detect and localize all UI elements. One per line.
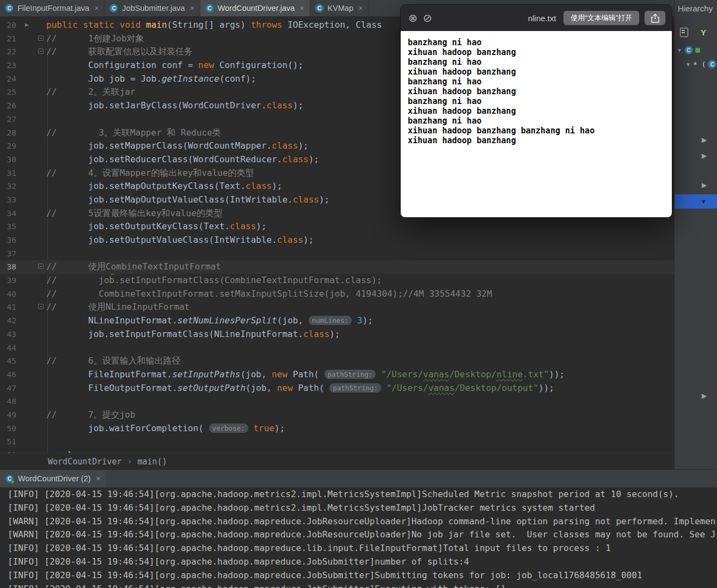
code-line[interactable]: 40// CombineTextInputFormat.setMaxInputS… xyxy=(0,287,674,301)
gutter[interactable] xyxy=(20,139,46,153)
code-line[interactable]: 33 job.setMapOutputValueClass(IntWritabl… xyxy=(0,193,674,207)
gutter[interactable] xyxy=(20,99,46,113)
code-editor[interactable]: 20▶public static void main(String[] args… xyxy=(0,16,674,453)
gutter[interactable] xyxy=(20,314,46,328)
code-line[interactable]: 29 job.setMapperClass(WordCountMapper.cl… xyxy=(0,139,674,153)
gutter[interactable] xyxy=(20,341,46,355)
code-line[interactable]: 44 xyxy=(0,341,674,355)
code-line[interactable]: 35 job.setOutputKeyClass(Text.class); xyxy=(0,220,674,234)
hierarchy-y-icon[interactable]: Y xyxy=(696,25,710,39)
gutter[interactable] xyxy=(20,408,46,422)
code-line[interactable]: 38−// 使用CombineTextInputFormat xyxy=(0,260,674,274)
expand-chevron-icon[interactable]: ▶ xyxy=(702,152,707,160)
code-line[interactable]: 48 xyxy=(0,395,674,408)
tab-close-icon[interactable]: × xyxy=(190,4,194,13)
code-line[interactable]: 34// 5设置最终输出key和value的类型 xyxy=(0,207,674,220)
code-line[interactable]: 26 job.setJarByClass(WordCountDriver.cla… xyxy=(0,99,674,113)
gutter[interactable] xyxy=(20,72,46,86)
gutter[interactable] xyxy=(20,113,46,126)
tab-close-icon[interactable]: × xyxy=(94,4,99,13)
tab-close-icon[interactable]: × xyxy=(358,4,363,13)
gutter[interactable] xyxy=(20,382,46,395)
gutter[interactable] xyxy=(20,234,46,247)
code-line[interactable]: 22−// 获取配置信息以及封装任务 xyxy=(0,45,674,59)
editor-tab[interactable]: CWordCountDriver.java× xyxy=(200,0,310,16)
expand-chevron-icon[interactable]: ▶ xyxy=(702,136,707,144)
code-line[interactable]: 25// 2。关联jar xyxy=(0,85,674,99)
code-line[interactable]: 23 Configuration conf = new Configuratio… xyxy=(0,59,674,72)
gutter[interactable] xyxy=(20,193,46,207)
fold-marker-icon[interactable]: − xyxy=(38,304,44,309)
editor-tab[interactable]: CFileInputFormat.java× xyxy=(0,0,105,16)
gutter[interactable]: ▶ xyxy=(20,19,46,32)
run-tab-label: WordCountDriver (2) xyxy=(18,474,91,483)
tree-row[interactable]: ▼ C xyxy=(677,45,700,56)
code-line[interactable]: 50 job.waitForCompletion( verbose: true)… xyxy=(0,422,674,436)
gutter[interactable] xyxy=(20,153,46,167)
gutter[interactable]: − xyxy=(20,260,46,274)
fold-marker-icon[interactable]: − xyxy=(38,35,44,41)
code-line[interactable]: 49// 7。提交job xyxy=(0,408,674,422)
chevron-down-icon[interactable]: ▼ xyxy=(701,198,707,205)
code-line[interactable]: 37 xyxy=(0,247,674,261)
tree-row[interactable]: ▼ * ( C xyxy=(685,59,716,70)
gutter[interactable] xyxy=(20,328,46,341)
line-number: 49 xyxy=(0,408,20,422)
gutter[interactable] xyxy=(20,220,46,234)
gutter[interactable] xyxy=(20,180,46,193)
gutter[interactable] xyxy=(20,59,46,72)
tab-close-icon[interactable]: × xyxy=(299,4,304,13)
gutter[interactable] xyxy=(20,167,46,180)
code-line[interactable]: 36 job.setOutputValueClass(IntWritable.c… xyxy=(0,234,674,247)
code-line[interactable]: 31// 4。设置Mapper的输出key和value的类型 xyxy=(0,167,674,180)
gutter[interactable] xyxy=(20,247,46,261)
selected-tree-row[interactable]: ▼ xyxy=(675,194,717,209)
code-line[interactable]: 28// 3。关联Mapper 和 Reduce类 xyxy=(0,126,674,140)
gutter[interactable] xyxy=(20,422,46,436)
code-line[interactable]: 24 Job job = Job.getInstance(conf); xyxy=(0,72,674,86)
fold-marker-icon[interactable]: − xyxy=(38,48,44,54)
gutter[interactable]: − xyxy=(20,32,46,46)
run-tab[interactable]: C WordCountDriver (2) × xyxy=(0,470,106,487)
code-text: // 获取配置信息以及封装任务 xyxy=(46,45,674,59)
gutter[interactable] xyxy=(20,449,46,453)
gutter[interactable] xyxy=(20,287,46,301)
scope-icon[interactable] xyxy=(677,25,691,39)
code-line[interactable]: 30 job.setReducerClass(WordCountReducer.… xyxy=(0,153,674,167)
breadcrumb-class[interactable]: WordCountDriver xyxy=(48,457,121,467)
code-line[interactable]: 51 xyxy=(0,435,674,449)
gutter[interactable] xyxy=(20,435,46,449)
gutter[interactable] xyxy=(20,395,46,408)
gutter[interactable]: − xyxy=(20,45,46,59)
expand-chevron-icon[interactable]: ▶ xyxy=(702,392,707,400)
code-line[interactable]: 41−// 使用NLineInputFormat xyxy=(0,301,674,314)
code-line[interactable]: 20▶public static void main(String[] args… xyxy=(0,19,674,32)
code-line[interactable]: 32 job.setMapOutputKeyClass(Text.class); xyxy=(0,180,674,193)
code-line[interactable]: 42 NLineInputFormat.setNumLinesPerSplit(… xyxy=(0,314,674,328)
code-line[interactable]: 21−// 1创建Job对象 xyxy=(0,32,674,46)
code-line[interactable]: 43 job.setInputFormatClass(NLineInputFor… xyxy=(0,328,674,341)
run-console[interactable]: [INFO] [2020-04-15 19:46:54][org.apache.… xyxy=(0,488,717,588)
code-line[interactable]: 45// 6。设置输入和输出路径 xyxy=(0,354,674,368)
gutter[interactable] xyxy=(20,274,46,287)
run-line-icon[interactable]: ▶ xyxy=(25,19,29,32)
breadcrumb-method[interactable]: main() xyxy=(138,457,167,467)
gutter[interactable] xyxy=(20,85,46,99)
code-line[interactable]: 46 FileInputFormat.setInputPaths(job, ne… xyxy=(0,368,674,382)
gutter[interactable] xyxy=(20,207,46,220)
code-line[interactable]: 52 } xyxy=(0,449,674,453)
close-icon[interactable]: × xyxy=(96,474,101,483)
gutter[interactable]: − xyxy=(20,301,46,314)
gutter[interactable] xyxy=(20,354,46,368)
editor-tab[interactable]: CJobSubmitter.java× xyxy=(105,0,200,16)
chevron-down-icon[interactable]: ▼ xyxy=(685,62,691,68)
chevron-down-icon[interactable]: ▼ xyxy=(677,47,682,53)
editor-tab[interactable]: CKVMap× xyxy=(310,0,369,16)
code-line[interactable]: 47 FileOutputFormat.setOutputPath(job, n… xyxy=(0,382,674,395)
fold-marker-icon[interactable]: − xyxy=(38,264,44,269)
expand-chevron-icon[interactable]: ▶ xyxy=(702,181,707,189)
gutter[interactable] xyxy=(20,368,46,382)
code-line[interactable]: 39// job.setInputFormatClass(CombineText… xyxy=(0,274,674,287)
gutter[interactable] xyxy=(20,126,46,140)
code-line[interactable]: 27 xyxy=(0,113,674,126)
